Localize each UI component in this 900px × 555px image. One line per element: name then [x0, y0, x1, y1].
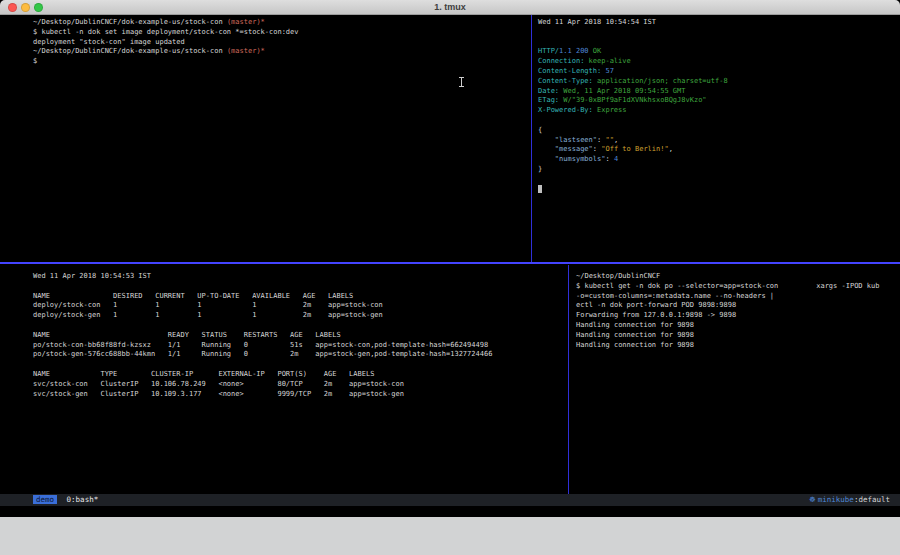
pane-top-right-http-response[interactable]: Wed 11 Apr 2018 10:54:54 IST HTTP/1.1 20…	[532, 15, 900, 262]
session-badge: demo	[33, 495, 57, 504]
terminal-line: Handling connection for 9898	[576, 331, 900, 341]
terminal-line: ETag: W/"39-0xBPf9aF1dXVNkhsxoBQgJ8vKzo"	[538, 96, 900, 106]
text-segment: "message"	[538, 145, 593, 153]
text-segment: ,	[669, 145, 673, 153]
pane-border-vertical-top[interactable]	[531, 15, 532, 262]
text-segment: deploy/stock-con 1 1 1 1 2m app=stock-co…	[33, 301, 383, 309]
text-segment: OK	[589, 47, 602, 55]
terminal-line: X-Powered-By: Express	[538, 106, 900, 116]
terminal-line	[538, 28, 900, 38]
text-segment: ectl -n dok port-forward POD 9898:9898	[576, 301, 736, 309]
terminal-line: svc/stock-con ClusterIP 10.106.78.249 <n…	[33, 380, 568, 390]
terminal-line: NAME DESIRED CURRENT UP-TO-DATE AVAILABL…	[33, 292, 568, 302]
mouse-cursor-ibeam	[459, 77, 464, 87]
text-segment: Content-Type:	[538, 77, 593, 85]
text-segment: ""	[605, 136, 613, 144]
terminal-line: po/stock-con-bb68f88fd-kzsxz 1/1 Running…	[33, 341, 568, 351]
text-segment: ~/Desktop/DublinCNCF/dok-example-us/stoc…	[33, 18, 227, 26]
terminal-line	[538, 38, 900, 48]
traffic-lights	[8, 3, 43, 12]
text-segment: deployment "stock-con" image updated	[33, 38, 185, 46]
terminal-line: Forwarding from 127.0.0.1:9898 -> 9898	[576, 311, 900, 321]
text-segment: Handling connection for 9898	[576, 341, 694, 349]
window-tab[interactable]: 0:bash*	[67, 495, 99, 504]
text-segment: W/"39-0xBPf9aF1dXVNkhsxoBQgJ8vKzo"	[559, 96, 707, 104]
tmux-status-bar: demo 0:bash* ☸minikube:default	[0, 494, 900, 506]
terminal-line: Wed 11 Apr 2018 10:54:53 IST	[33, 272, 568, 282]
text-segment: Connection:	[538, 57, 584, 65]
pane-border-horizontal[interactable]	[0, 262, 900, 264]
text-segment: "numsymbols"	[538, 155, 605, 163]
terminal-line: $	[33, 57, 531, 67]
terminal-line: Content-Length: 57	[538, 67, 900, 77]
terminal-window: 1. tmux ~/Desktop/DublinCNCF/dok-example…	[0, 0, 900, 517]
kubernetes-icon: ☸	[809, 495, 816, 504]
terminal-line: $ kubectl get -n dok po --selector=app=s…	[576, 282, 900, 292]
text-segment: ~/Desktop/DublinCNCF	[576, 272, 660, 280]
text-segment: NAME DESIRED CURRENT UP-TO-DATE AVAILABL…	[33, 292, 353, 300]
terminal-line: }	[538, 165, 900, 175]
text-segment: $ kubectl get -n dok po --selector=app=s…	[576, 282, 879, 290]
terminal-line: Handling connection for 9898	[576, 341, 900, 351]
terminal-line: "lastseen": "",	[538, 136, 900, 146]
terminal-line: deployment "stock-con" image updated	[33, 38, 531, 48]
text-segment: svc/stock-gen ClusterIP 10.109.3.177 <no…	[33, 390, 404, 398]
terminal-line: HTTP/1.1 200 OK	[538, 47, 900, 57]
close-button[interactable]	[8, 3, 17, 12]
text-segment: (master)*	[227, 18, 265, 26]
zoom-button[interactable]	[34, 3, 43, 12]
terminal-line: Connection: keep-alive	[538, 57, 900, 67]
text-segment: application/json; charset=utf-8	[593, 77, 728, 85]
terminal-line: {	[538, 126, 900, 136]
text-segment: ,	[614, 136, 618, 144]
pane-bottom-right-port-forward[interactable]: ~/Desktop/DublinCNCF$ kubectl get -n dok…	[570, 265, 900, 494]
terminal-line: "numsymbols": 4	[538, 155, 900, 165]
status-left: demo 0:bash*	[33, 494, 98, 506]
text-segment: 1.1 200	[559, 47, 589, 55]
text-segment: Handling connection for 9898	[576, 331, 694, 339]
window-title: 1. tmux	[0, 0, 900, 14]
text-segment: -o=custom-columns=:metadata.name --no-he…	[576, 292, 774, 300]
terminal-line: ~/Desktop/DublinCNCF/dok-example-us/stoc…	[33, 18, 531, 28]
terminal-line: NAME READY STATUS RESTARTS AGE LABELS	[33, 331, 568, 341]
kube-context: minikube	[818, 495, 854, 504]
text-segment: NAME TYPE CLUSTER-IP EXTERNAL-IP PORT(S)…	[33, 370, 374, 378]
pane-bottom-left-kubectl-watch[interactable]: Wed 11 Apr 2018 10:54:53 IST NAME DESIRE…	[0, 265, 568, 494]
terminal-line: "message": "Off to Berlin!",	[538, 145, 900, 155]
text-segment: (master)*	[227, 47, 265, 55]
minimize-button[interactable]	[21, 3, 30, 12]
terminal-line	[33, 282, 568, 292]
terminal-line: ~/Desktop/DublinCNCF	[576, 272, 900, 282]
terminal-line	[538, 185, 900, 195]
text-segment: NAME READY STATUS RESTARTS AGE LABELS	[33, 331, 341, 339]
desktop-background	[0, 517, 900, 555]
pane-border-vertical-bottom[interactable]	[568, 265, 569, 494]
terminal-line: Handling connection for 9898	[576, 321, 900, 331]
terminal-line: po/stock-gen-576cc688bb-44kmn 1/1 Runnin…	[33, 350, 568, 360]
terminal-line: NAME TYPE CLUSTER-IP EXTERNAL-IP PORT(S)…	[33, 370, 568, 380]
status-right: ☸minikube:default	[809, 494, 890, 506]
terminal-line: svc/stock-gen ClusterIP 10.109.3.177 <no…	[33, 390, 568, 400]
terminal-line: -o=custom-columns=:metadata.name --no-he…	[576, 292, 900, 302]
terminal-line	[33, 360, 568, 370]
text-segment: Date:	[538, 87, 559, 95]
text-segment: "lastseen"	[538, 136, 597, 144]
terminal-line: deploy/stock-gen 1 1 1 1 2m app=stock-ge…	[33, 311, 568, 321]
text-segment: keep-alive	[584, 57, 630, 65]
text-segment: {	[538, 126, 542, 134]
text-segment: HTTP/	[538, 47, 559, 55]
text-segment: po/stock-gen-576cc688bb-44kmn 1/1 Runnin…	[33, 350, 492, 358]
text-segment: Wed 11 Apr 2018 10:54:53 IST	[33, 272, 151, 280]
text-segment: "Off to Berlin!"	[601, 145, 668, 153]
terminal-line: Content-Type: application/json; charset=…	[538, 77, 900, 87]
text-segment: svc/stock-con ClusterIP 10.106.78.249 <n…	[33, 380, 404, 388]
text-segment: X-Powered-By:	[538, 106, 593, 114]
pane-top-left-shell[interactable]: ~/Desktop/DublinCNCF/dok-example-us/stoc…	[0, 15, 531, 262]
text-segment: Content-Length:	[538, 67, 601, 75]
text-segment: ~/Desktop/DublinCNCF/dok-example-us/stoc…	[33, 47, 227, 55]
kube-namespace: :default	[854, 495, 890, 504]
text-segment: ETag:	[538, 96, 559, 104]
text-segment: Wed, 11 Apr 2018 09:54:55 GMT	[559, 87, 685, 95]
terminal-line: Wed 11 Apr 2018 10:54:54 IST	[538, 18, 900, 28]
terminal-line: deploy/stock-con 1 1 1 1 2m app=stock-co…	[33, 301, 568, 311]
